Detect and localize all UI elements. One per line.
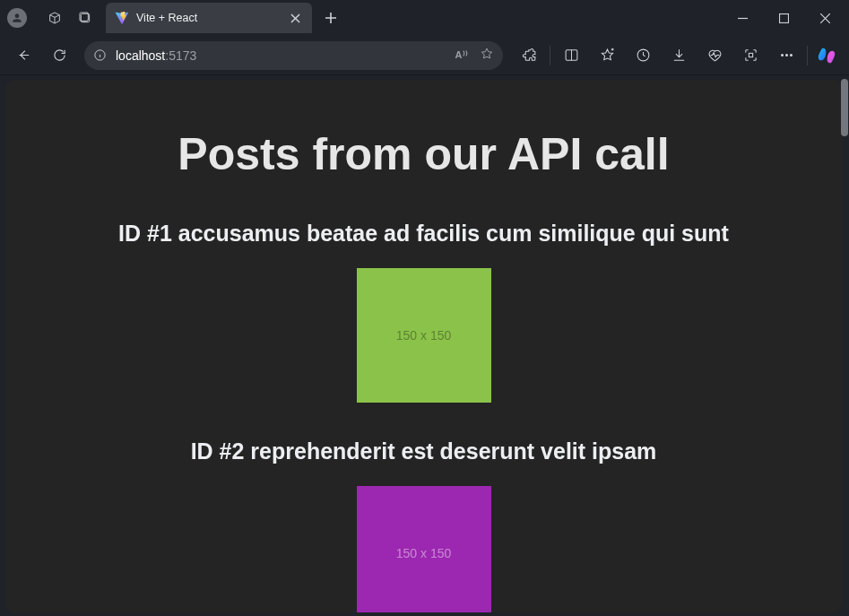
heartbeat-icon: [707, 48, 723, 63]
page-heading: Posts from our API call: [5, 130, 842, 179]
page-content: Posts from our API call ID #1 accusamus …: [5, 80, 842, 612]
menu-button[interactable]: [769, 40, 803, 71]
window-titlebar: Vite + React: [0, 0, 849, 36]
window-minimize-button[interactable]: [722, 4, 763, 32]
browser-viewport: Posts from our API call ID #1 accusamus …: [0, 75, 849, 616]
info-icon: [93, 48, 107, 62]
toolbar-divider: [550, 46, 550, 65]
toolbar-right-icons: [512, 40, 842, 71]
address-text: localhost:5173: [116, 48, 196, 63]
extensions-button[interactable]: [512, 40, 546, 71]
svg-rect-2: [779, 13, 788, 22]
read-aloud-button[interactable]: A⁾⁾: [455, 49, 469, 61]
toolbar-divider: [807, 46, 808, 65]
window-close-button[interactable]: [804, 4, 845, 32]
scrollbar-thumb[interactable]: [841, 79, 848, 136]
refresh-icon: [52, 48, 67, 63]
favorites-button[interactable]: [590, 40, 624, 71]
screenshot-icon: [743, 48, 758, 63]
refresh-button[interactable]: [43, 40, 75, 71]
svg-point-8: [785, 55, 787, 56]
tab-title: Vite + React: [136, 12, 278, 24]
window-maximize-button[interactable]: [763, 4, 804, 32]
download-icon: [671, 48, 687, 63]
close-icon: [820, 13, 830, 23]
address-bar[interactable]: localhost:5173 A⁾⁾: [84, 41, 503, 70]
address-host: localhost: [116, 48, 165, 63]
browser-toolbar: localhost:5173 A⁾⁾: [0, 36, 849, 75]
post-title: ID #2 reprehenderit est deserunt velit i…: [5, 438, 842, 464]
post-title: ID #1 accusamus beatae ad facilis cum si…: [5, 221, 842, 247]
window-controls: [722, 4, 845, 32]
new-tab-button[interactable]: [317, 4, 344, 31]
tab-actions-icon[interactable]: [70, 3, 100, 33]
post-thumbnail: 150 x 150: [357, 268, 491, 403]
star-icon: [480, 47, 494, 61]
tab-close-button[interactable]: [285, 8, 305, 28]
favorite-button[interactable]: [480, 47, 494, 65]
profile-avatar[interactable]: [7, 8, 27, 28]
svg-point-7: [781, 55, 783, 56]
copilot-button[interactable]: [811, 40, 842, 71]
thumbnail-dimensions-label: 150 x 150: [396, 546, 452, 560]
maximize-icon: [779, 13, 789, 23]
star-plus-icon: [600, 48, 615, 63]
thumbnail-dimensions-label: 150 x 150: [396, 328, 452, 343]
vite-favicon-icon: [115, 11, 129, 25]
browser-tab[interactable]: Vite + React: [106, 3, 312, 33]
screenshot-button[interactable]: [733, 40, 767, 71]
scrollbar[interactable]: [837, 77, 848, 614]
address-port: :5173: [165, 48, 196, 63]
puzzle-icon: [522, 48, 537, 63]
downloads-button[interactable]: [662, 40, 696, 71]
person-icon: [11, 12, 23, 24]
post-item: ID #1 accusamus beatae ad facilis cum si…: [5, 221, 842, 403]
split-icon: [564, 48, 579, 63]
svg-point-9: [790, 55, 792, 56]
minimize-icon: [738, 13, 748, 23]
workspaces-icon[interactable]: [39, 3, 70, 33]
arrow-left-icon: [16, 48, 31, 63]
site-info-button[interactable]: [93, 48, 107, 62]
history-icon: [636, 48, 651, 63]
svg-rect-6: [749, 53, 752, 56]
page-scroll-area[interactable]: Posts from our API call ID #1 accusamus …: [5, 80, 842, 612]
ellipsis-icon: [779, 48, 794, 63]
back-button[interactable]: [7, 40, 39, 71]
close-icon: [290, 13, 300, 23]
post-thumbnail: 150 x 150: [357, 486, 491, 612]
history-button[interactable]: [626, 40, 660, 71]
copilot-icon: [817, 46, 836, 65]
split-screen-button[interactable]: [554, 40, 588, 71]
performance-button[interactable]: [697, 40, 732, 71]
post-item: ID #2 reprehenderit est deserunt velit i…: [5, 438, 842, 612]
plus-icon: [325, 12, 337, 24]
